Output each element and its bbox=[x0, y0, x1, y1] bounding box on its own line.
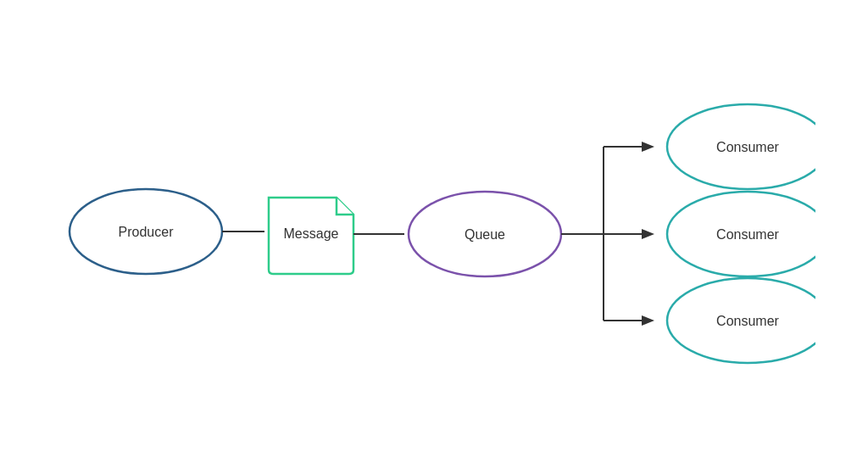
message-label: Message bbox=[284, 226, 339, 241]
consumer1-label: Consumer bbox=[716, 140, 779, 154]
producer-label: Producer bbox=[119, 225, 175, 239]
arrow-middle bbox=[642, 229, 654, 239]
consumer3-label: Consumer bbox=[716, 314, 779, 328]
queue-label: Queue bbox=[465, 227, 505, 242]
arrow-top bbox=[642, 142, 654, 152]
consumer2-label: Consumer bbox=[716, 227, 779, 242]
arrow-bottom bbox=[642, 315, 654, 326]
message-node: Message bbox=[269, 198, 353, 274]
message-queue-diagram: Producer Message Queue bbox=[53, 53, 815, 410]
